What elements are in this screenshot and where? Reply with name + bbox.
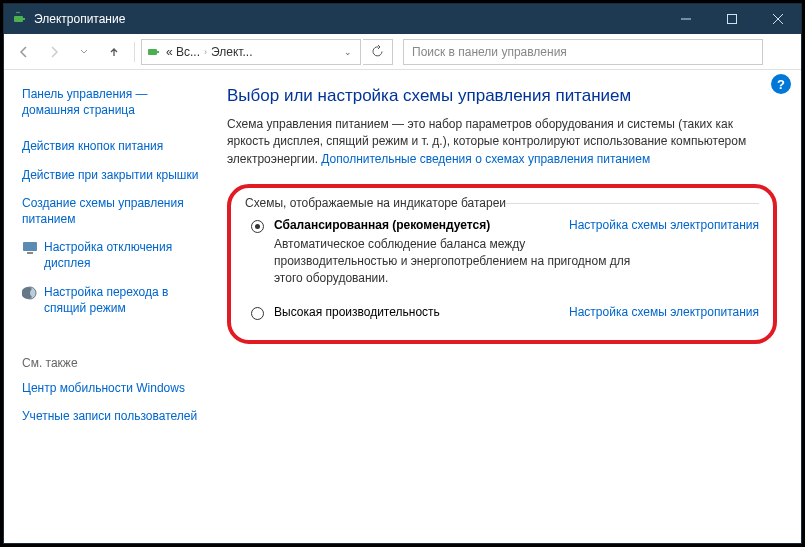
up-button[interactable] xyxy=(100,38,128,66)
svg-rect-0 xyxy=(14,16,23,22)
display-off-link[interactable]: Настройка отключения дисплея xyxy=(44,239,199,271)
sleep-link[interactable]: Настройка перехода в спящий режим xyxy=(44,284,199,316)
minimize-button[interactable] xyxy=(663,4,709,34)
svg-rect-6 xyxy=(27,252,33,254)
sidebar: Панель управления — домашняя страница Де… xyxy=(4,70,209,543)
page-description: Схема управления питанием — это набор па… xyxy=(227,116,777,168)
sidebar-link[interactable]: Создание схемы управления питанием xyxy=(22,195,199,227)
chevron-right-icon: › xyxy=(204,47,207,57)
change-plan-settings-link[interactable]: Настройка схемы электропитания xyxy=(569,218,759,232)
search-placeholder: Поиск в панели управления xyxy=(412,45,567,59)
sidebar-link[interactable]: Действие при закрытии крышки xyxy=(22,167,199,183)
address-bar[interactable]: « Вс... › Элект... ⌄ xyxy=(141,39,361,65)
svg-rect-1 xyxy=(23,18,25,20)
see-also-link[interactable]: Центр мобильности Windows xyxy=(22,380,199,396)
refresh-button[interactable] xyxy=(363,39,393,65)
control-panel-home-link[interactable]: Панель управления — домашняя страница xyxy=(22,86,199,118)
svg-rect-4 xyxy=(157,51,159,53)
search-input[interactable]: Поиск в панели управления xyxy=(403,39,763,65)
power-plan-option[interactable]: Высокая производительность Настройка схе… xyxy=(251,305,759,320)
window-title: Электропитание xyxy=(34,12,663,26)
window: Электропитание « Вс... › Элект... ⌄ Поис… xyxy=(3,3,802,544)
see-also-heading: См. также xyxy=(22,356,199,370)
svg-rect-2 xyxy=(728,15,737,24)
power-plan-option[interactable]: Сбалансированная (рекомендуется) Настрой… xyxy=(251,218,759,286)
group-header: Схемы, отображаемые на индикаторе батаре… xyxy=(245,196,759,210)
radio-button[interactable] xyxy=(251,220,264,233)
radio-button[interactable] xyxy=(251,307,264,320)
titlebar: Электропитание xyxy=(4,4,801,34)
plan-description: Автоматическое соблюдение баланса между … xyxy=(274,236,634,286)
svg-rect-3 xyxy=(148,49,157,55)
forward-button[interactable] xyxy=(40,38,68,66)
power-options-icon xyxy=(12,11,28,27)
plan-name: Высокая производительность xyxy=(274,305,440,319)
plan-name: Сбалансированная (рекомендуется) xyxy=(274,218,490,232)
main-content: ? Выбор или настройка схемы управления п… xyxy=(209,70,801,543)
breadcrumb-part[interactable]: « Вс... xyxy=(166,45,200,59)
sidebar-link[interactable]: Действия кнопок питания xyxy=(22,138,199,154)
help-icon[interactable]: ? xyxy=(771,74,791,94)
learn-more-link[interactable]: Дополнительные сведения о схемах управле… xyxy=(321,152,650,166)
svg-rect-5 xyxy=(23,242,37,251)
maximize-button[interactable] xyxy=(709,4,755,34)
breadcrumb-part[interactable]: Элект... xyxy=(211,45,252,59)
monitor-icon xyxy=(22,240,38,256)
power-plans-group: Схемы, отображаемые на индикаторе батаре… xyxy=(227,184,777,343)
close-button[interactable] xyxy=(755,4,801,34)
page-heading: Выбор или настройка схемы управления пит… xyxy=(227,86,777,106)
change-plan-settings-link[interactable]: Настройка схемы электропитания xyxy=(569,305,759,319)
navigation-bar: « Вс... › Элект... ⌄ Поиск в панели упра… xyxy=(4,34,801,70)
power-options-icon xyxy=(146,44,162,60)
moon-icon xyxy=(22,285,38,301)
chevron-down-icon[interactable]: ⌄ xyxy=(340,47,356,57)
see-also-link[interactable]: Учетные записи пользователей xyxy=(22,408,199,424)
back-button[interactable] xyxy=(10,38,38,66)
recent-dropdown[interactable] xyxy=(70,38,98,66)
